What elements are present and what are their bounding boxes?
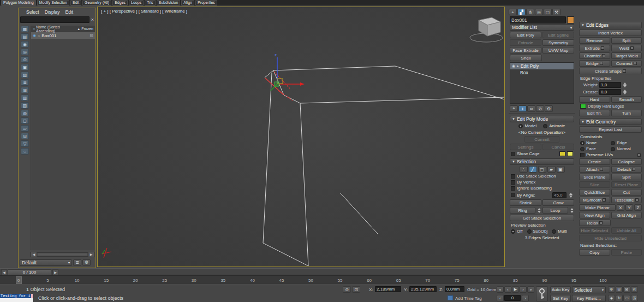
get-stack-selection-button[interactable]: Get Stack Selection xyxy=(510,215,574,221)
play-icon[interactable]: ▶ xyxy=(512,286,519,293)
hard-button[interactable]: Hard xyxy=(579,96,610,103)
preview-off-radio[interactable]: Off xyxy=(511,229,523,234)
name-column-header[interactable]: Name (Sorted Ascending) xyxy=(36,25,76,33)
explorer-menu-display[interactable]: Display xyxy=(45,9,60,15)
loop-button[interactable]: Loop xyxy=(542,207,568,214)
time-slider-track[interactable] xyxy=(0,269,644,275)
preset-dropdown[interactable]: Default▾ xyxy=(20,259,72,266)
grow-button[interactable]: Grow xyxy=(542,199,574,206)
menu-tris[interactable]: Tris xyxy=(145,0,155,5)
view-cube[interactable] xyxy=(470,17,503,42)
split-button[interactable]: Split xyxy=(611,37,642,44)
settings-box-icon[interactable] xyxy=(601,46,604,50)
by-angle-spinner[interactable] xyxy=(568,192,573,198)
by-vertex-checkbox[interactable] xyxy=(511,180,515,185)
create-button[interactable]: Create xyxy=(579,158,610,165)
chamfer-button[interactable]: Chamfer xyxy=(579,52,610,59)
display-tab-icon[interactable]: ▢ xyxy=(544,9,552,15)
uvw-map-button[interactable]: UVW Map xyxy=(542,47,574,54)
model-radio[interactable]: Model xyxy=(518,123,536,128)
auto-key-button[interactable]: Auto Key xyxy=(550,286,571,293)
utilities-tab-icon[interactable]: ⚒ xyxy=(552,9,560,15)
z-coordinate-field[interactable]: 0,0mm xyxy=(445,286,464,292)
set-key-button[interactable]: Set Key xyxy=(550,295,571,302)
sort-ascending-icon[interactable]: ▲ xyxy=(77,27,80,31)
expand-all-icon[interactable]: ▽ xyxy=(21,140,29,147)
zoom-icon[interactable]: ⊕ xyxy=(608,286,615,293)
tessellate-button[interactable]: Tessellate xyxy=(611,197,642,203)
display-bones-icon[interactable]: ▥ xyxy=(21,94,29,101)
time-slider[interactable]: ◀ 0 / 100 ▶ xyxy=(0,268,644,275)
create-shape-button[interactable]: Create Shape xyxy=(579,68,642,74)
maximize-viewport-icon[interactable]: ▭ xyxy=(623,295,630,301)
relax-button[interactable]: Relax xyxy=(579,220,611,226)
collapse-all-icon[interactable]: ◌ xyxy=(21,148,29,155)
selection-lock-icon[interactable]: ⊡ xyxy=(352,286,360,293)
rollout-selection[interactable]: ▼ Selection xyxy=(510,158,574,165)
by-angle-checkbox[interactable] xyxy=(511,193,515,197)
constraint-normal-radio[interactable]: Normal xyxy=(611,146,631,151)
orbit-icon[interactable]: ↻ xyxy=(616,295,623,301)
copy-button[interactable]: Copy xyxy=(579,249,610,256)
border-subobject-icon[interactable]: ▢ xyxy=(538,166,546,173)
previous-key-icon[interactable]: ‹ xyxy=(497,295,504,301)
zoom-all-icon[interactable]: ⊞ xyxy=(616,286,623,293)
expand-arrow-icon[interactable]: ▸ xyxy=(517,64,519,68)
scene-object-row[interactable]: ◉ ○ Box001 ▧ xyxy=(31,32,95,39)
motion-tab-icon[interactable]: ◎ xyxy=(535,9,543,15)
x-coordinate-field[interactable]: 2,189mm xyxy=(375,286,401,292)
crease-field[interactable]: 0,0 xyxy=(599,89,621,95)
turn-button[interactable]: Turn xyxy=(611,110,642,116)
show-end-result-icon[interactable]: ‖ xyxy=(518,105,527,112)
object-name-field[interactable]: Box001 xyxy=(510,16,566,23)
edge-subobject-icon[interactable]: ╱ xyxy=(529,166,537,173)
cage-selected-color-swatch[interactable] xyxy=(567,151,573,156)
rollout-edit-geometry[interactable]: ▼ Edit Geometry xyxy=(579,119,642,125)
zoom-region-icon[interactable]: ◰ xyxy=(631,286,638,293)
display-cameras-icon[interactable]: ⊙ xyxy=(21,56,29,63)
display-geometry-icon[interactable]: ▤ xyxy=(21,33,29,40)
explorer-list[interactable]: ≡ Name (Sorted Ascending) ▲ Frozen ◉ ○ B… xyxy=(31,26,95,250)
view-align-button[interactable]: View Align xyxy=(579,212,610,218)
sort-icon[interactable]: ▦ xyxy=(21,26,29,32)
display-spacewarps-icon[interactable]: ▨ xyxy=(21,72,29,78)
maxscript-mini-listener[interactable]: Testing for i xyxy=(0,294,34,302)
previous-frame-arrow-icon[interactable]: ◀ xyxy=(1,269,7,275)
menu-edges[interactable]: Edges xyxy=(112,0,128,5)
next-key-icon[interactable]: › xyxy=(522,295,529,301)
z-button[interactable]: Z xyxy=(634,204,642,211)
menu-edit[interactable]: Edit xyxy=(70,0,81,5)
ignore-backfacing-checkbox[interactable] xyxy=(511,186,515,191)
menu-geometry-all[interactable]: Geometry (All) xyxy=(82,0,111,5)
settings-box-icon[interactable] xyxy=(602,54,605,57)
weight-field[interactable]: 1,0 xyxy=(599,82,621,88)
set-keys-button[interactable] xyxy=(536,286,548,301)
menu-align[interactable]: Align xyxy=(181,0,194,5)
display-lights-icon[interactable]: ◎ xyxy=(21,49,29,55)
configure-modifier-sets-icon[interactable]: ⚙ xyxy=(545,105,553,112)
explorer-settings-icon[interactable]: ⚙ xyxy=(82,259,91,266)
smooth-button[interactable]: Smooth xyxy=(611,96,642,103)
next-frame-icon[interactable]: › xyxy=(520,286,527,293)
viewport-canvas[interactable]: z xyxy=(98,7,504,267)
modifier-visibility-icon[interactable]: ◉ xyxy=(512,64,515,68)
object-color-swatch[interactable] xyxy=(567,16,574,23)
viewport-layout-icon[interactable]: ◳ xyxy=(631,295,638,301)
display-shapes-icon[interactable]: ◉ xyxy=(21,41,29,48)
use-stack-selection-checkbox[interactable] xyxy=(511,174,515,179)
settings-box-icon[interactable] xyxy=(630,46,634,50)
constraint-edge-radio[interactable]: Edge xyxy=(611,140,627,145)
slice-plane-button[interactable]: Slice Plane xyxy=(579,174,610,180)
menu-subdivision[interactable]: Subdivision xyxy=(157,0,181,5)
shell-button[interactable]: Shell xyxy=(510,55,542,61)
y-coordinate-field[interactable]: 235,129mm xyxy=(409,286,437,292)
scroll-right-icon[interactable]: ▶ xyxy=(88,252,94,257)
menu-properties[interactable]: Properties xyxy=(195,0,217,5)
cage-color-swatch[interactable] xyxy=(559,151,565,156)
settings-box-icon[interactable] xyxy=(599,221,603,224)
by-angle-field[interactable]: 45,0 xyxy=(552,192,567,198)
collapse-button[interactable]: Collapse xyxy=(611,158,642,165)
modify-tab-icon[interactable]: ▞ xyxy=(517,9,526,15)
stack-item-edit-poly[interactable]: ◉ ▸ Edit Poly xyxy=(510,63,574,69)
loop-spinner[interactable] xyxy=(569,207,574,214)
